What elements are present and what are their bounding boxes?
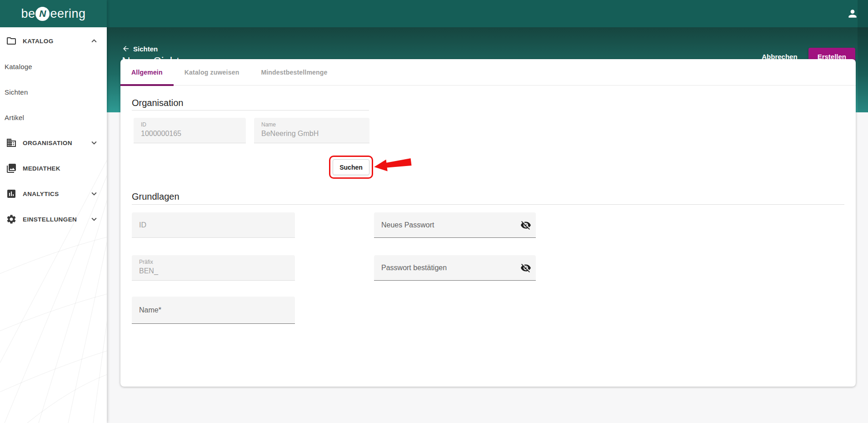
grundlagen-section-heading: Grundlagen (132, 191, 180, 202)
arrow-back-icon (122, 45, 130, 53)
view-id-input[interactable] (139, 212, 277, 237)
sidebar-item-label: Kataloge (5, 63, 32, 70)
bar-chart-icon (6, 188, 17, 199)
praefix-input[interactable] (139, 264, 277, 278)
visibility-off-icon[interactable] (520, 262, 531, 273)
folder-icon (6, 35, 17, 46)
sidebar-item-kataloge[interactable]: Kataloge (0, 54, 107, 79)
tab-allgemein[interactable]: Allgemein (120, 59, 174, 86)
org-name-field: Name (254, 118, 369, 143)
divider (132, 204, 844, 205)
sidebar-nav: KATALOG Kataloge Sichten Artikel ORGANIS… (0, 27, 107, 232)
logo-n-icon: N (35, 7, 50, 21)
sidebar-item-label: MEDIATHEK (23, 165, 60, 172)
confirm-password-input[interactable] (381, 255, 518, 280)
chevron-down-icon[interactable] (89, 214, 99, 224)
org-id-input[interactable] (141, 127, 228, 141)
scrollbar-gutter[interactable] (858, 0, 868, 112)
view-name-input[interactable] (139, 297, 277, 323)
chevron-down-icon[interactable] (89, 138, 99, 148)
chevron-up-icon[interactable] (89, 36, 99, 46)
sidebar-item-label: ANALYTICS (23, 191, 59, 197)
view-id-field (132, 212, 295, 238)
sidebar-item-label: KATALOG (23, 38, 54, 45)
sidebar-item-label: Sichten (5, 88, 28, 96)
back-link-label: Sichten (133, 45, 158, 53)
logo-prefix: be (21, 7, 35, 21)
tab-katalog-zuweisen[interactable]: Katalog zuweisen (174, 59, 250, 86)
new-password-field (374, 212, 536, 238)
sidebar: beNeering KATALOG Kataloge Sichten (0, 0, 107, 423)
tab-label: Katalog zuweisen (185, 69, 239, 76)
back-link[interactable]: Sichten (122, 45, 158, 53)
sidebar-item-label: Artikel (5, 114, 24, 121)
chevron-down-icon[interactable] (89, 189, 99, 199)
building-icon (6, 137, 17, 148)
sidebar-item-label: ORGANISATION (23, 140, 72, 146)
confirm-password-field (374, 255, 536, 281)
org-id-field: ID (134, 118, 246, 143)
visibility-off-icon[interactable] (520, 220, 531, 231)
media-library-icon (6, 163, 17, 174)
sidebar-item-sichten[interactable]: Sichten (0, 79, 107, 105)
org-name-input[interactable] (261, 127, 351, 141)
praefix-field: Präfix (132, 255, 295, 281)
sidebar-item-label: EINSTELLUNGEN (23, 216, 77, 223)
app-window: beNeering KATALOG Kataloge Sichten (0, 0, 868, 423)
sidebar-item-analytics[interactable]: ANALYTICS (0, 181, 107, 206)
annotation-arrow-icon (372, 156, 413, 174)
annotation-highlight-box: Suchen (329, 156, 373, 179)
form-card: Allgemein Katalog zuweisen Mindestbestel… (120, 59, 856, 387)
tab-mindestbestellmenge[interactable]: Mindestbestellmenge (250, 59, 338, 86)
tab-label: Allgemein (131, 69, 163, 76)
search-button[interactable]: Suchen (333, 159, 369, 175)
logo[interactable]: beNeering (0, 0, 107, 27)
sidebar-item-einstellungen[interactable]: EINSTELLUNGEN (0, 206, 107, 232)
tab-bar: Allgemein Katalog zuweisen Mindestbestel… (120, 59, 856, 86)
top-app-bar (107, 0, 868, 27)
divider (132, 110, 369, 111)
gear-icon (6, 214, 17, 225)
organisation-section-heading: Organisation (132, 98, 183, 108)
logo-text: beNeering (21, 7, 85, 21)
main-area: Sichten Neue Sicht Abbrechen Erstellen A… (107, 0, 868, 423)
view-name-field (132, 297, 295, 324)
sidebar-item-mediathek[interactable]: MEDIATHEK (0, 156, 107, 181)
sidebar-item-artikel[interactable]: Artikel (0, 105, 107, 130)
person-icon (847, 8, 858, 20)
new-password-input[interactable] (381, 212, 518, 237)
logo-suffix: eering (50, 7, 85, 21)
tab-label: Mindestbestellmenge (261, 69, 327, 76)
sidebar-item-katalog[interactable]: KATALOG (0, 28, 107, 54)
sidebar-item-organisation[interactable]: ORGANISATION (0, 130, 107, 156)
